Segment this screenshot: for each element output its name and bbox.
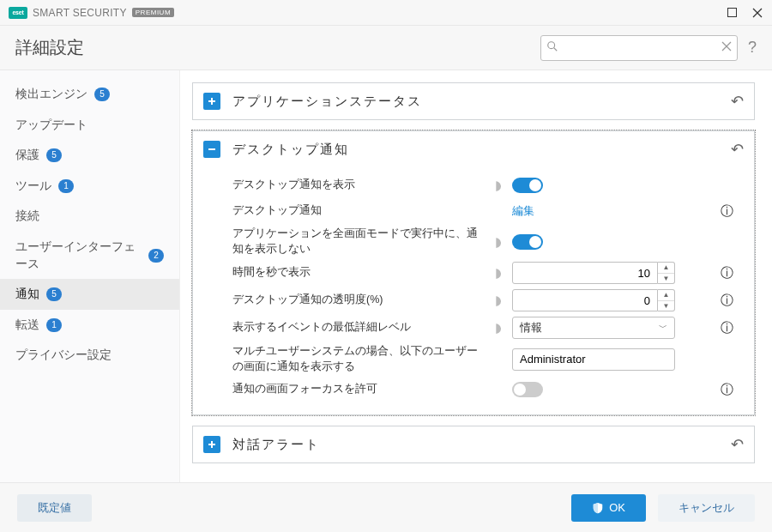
label: 表示するイベントの最低詳細レベル	[232, 320, 490, 336]
window-close-button[interactable]	[750, 5, 765, 21]
info-icon[interactable]: ⓘ	[716, 265, 737, 281]
sidebar-item-6[interactable]: 通知5	[0, 279, 179, 310]
spin-up[interactable]: ▲	[658, 263, 674, 274]
sidebar-item-label: 接続	[15, 208, 39, 225]
info-icon[interactable]: ⓘ	[716, 203, 737, 220]
section-desktop-notif: デスクトップ通知 ↶ デスクトップ通知を表示 ◗ デスクトップ通知 編集 ⓘ	[192, 130, 755, 415]
sidebar-item-2[interactable]: 保護5	[0, 140, 179, 171]
search-icon	[546, 40, 558, 55]
undo-icon[interactable]: ↶	[731, 435, 744, 454]
toggle-fullscreen-suppress[interactable]	[512, 234, 543, 250]
undo-icon[interactable]: ↶	[731, 92, 744, 111]
sidebar-item-label: 保護	[15, 147, 39, 164]
spin-down[interactable]: ▼	[658, 301, 674, 311]
person-icon: ◗	[490, 320, 507, 336]
info-icon[interactable]: ⓘ	[716, 320, 737, 336]
shield-icon	[592, 502, 604, 514]
sidebar-badge: 1	[58, 179, 74, 193]
sidebar-item-label: アップデート	[15, 117, 87, 134]
search-box[interactable]	[540, 35, 738, 61]
section-dialog-alert: 対話アラート ↶	[192, 426, 755, 463]
ok-button[interactable]: OK	[571, 494, 646, 522]
section-title: アプリケーションステータス	[232, 94, 422, 110]
sidebar-item-4[interactable]: 接続	[0, 201, 179, 232]
section-header-app-status[interactable]: アプリケーションステータス ↶	[193, 83, 754, 119]
label: デスクトップ通知	[232, 203, 490, 219]
sidebar-badge: 1	[46, 318, 62, 332]
select-value: 情報	[520, 320, 542, 336]
edit-link[interactable]: 編集	[512, 203, 534, 219]
section-app-status: アプリケーションステータス ↶	[192, 82, 755, 120]
info-icon[interactable]: ⓘ	[716, 293, 737, 309]
expand-icon	[203, 436, 220, 453]
sidebar-item-label: ツール	[15, 178, 51, 195]
sidebar-item-5[interactable]: ユーザーインターフェース2	[0, 232, 179, 279]
sidebar-badge: 5	[94, 88, 110, 101]
sidebar-item-7[interactable]: 転送1	[0, 310, 179, 341]
svg-point-3	[548, 42, 555, 49]
row-seconds: 時間を秒で表示 ◗ ▲▼ ⓘ	[232, 259, 737, 287]
opacity-input[interactable]	[512, 289, 658, 311]
label: 時間を秒で表示	[232, 265, 490, 281]
toggle-show-notif[interactable]	[512, 178, 543, 193]
defaults-button[interactable]: 既定値	[17, 494, 92, 522]
section-header-desktop-notif[interactable]: デスクトップ通知 ↶	[193, 131, 754, 167]
row-opacity: デスクトップ通知の透明度(%) ◗ ▲▼ ⓘ	[232, 287, 737, 314]
sidebar-item-label: 転送	[15, 317, 39, 334]
spin-down[interactable]: ▼	[658, 274, 674, 284]
brand-logo: eset	[9, 7, 27, 19]
label: マルチユーザーシステムの場合、以下のユーザーの画面に通知を表示する	[232, 344, 490, 374]
content-pane: アプリケーションステータス ↶ デスクトップ通知 ↶ デスクトップ通知を表示 ◗…	[180, 70, 772, 482]
label: デスクトップ通知を表示	[232, 178, 490, 193]
expand-icon	[203, 93, 220, 110]
person-icon: ◗	[490, 293, 507, 308]
sidebar-item-8[interactable]: プライバシー設定	[0, 340, 179, 371]
sidebar-item-1[interactable]: アップデート	[0, 110, 179, 141]
info-icon[interactable]: ⓘ	[716, 382, 737, 398]
window-maximize-button[interactable]	[724, 5, 739, 21]
row-multiuser: マルチユーザーシステムの場合、以下のユーザーの画面に通知を表示する	[232, 342, 737, 377]
cancel-button[interactable]: キャンセル	[658, 494, 755, 522]
svg-line-4	[554, 48, 558, 51]
page-title: 詳細設定	[15, 36, 84, 59]
sidebar-item-label: ユーザーインターフェース	[15, 239, 142, 272]
person-icon: ◗	[490, 234, 507, 250]
spin-up[interactable]: ▲	[658, 290, 674, 301]
person-icon: ◗	[490, 265, 507, 281]
label: アプリケーションを全画面モードで実行中に、通知を表示しない	[232, 227, 490, 257]
sidebar-badge: 5	[46, 148, 62, 162]
help-button[interactable]: ?	[748, 39, 757, 57]
multiuser-input[interactable]	[512, 348, 675, 371]
undo-icon[interactable]: ↶	[731, 140, 744, 159]
sidebar-badge: 2	[148, 249, 164, 263]
sidebar-item-0[interactable]: 検出エンジン5	[0, 79, 179, 110]
edition-badge: PREMIUM	[132, 8, 174, 17]
sidebar-item-label: 検出エンジン	[15, 86, 87, 103]
chevron-down-icon: ﹀	[659, 322, 667, 334]
row-show-notif: デスクトップ通知を表示 ◗	[232, 172, 737, 198]
row-verbosity: 表示するイベントの最低詳細レベル ◗ 情報 ﹀ ⓘ	[232, 314, 737, 342]
person-icon: ◗	[490, 178, 507, 193]
verbosity-select[interactable]: 情報 ﹀	[512, 317, 675, 339]
sidebar-badge: 5	[46, 287, 62, 301]
clear-search-icon[interactable]	[721, 41, 732, 54]
sidebar-item-label: プライバシー設定	[15, 347, 112, 364]
ok-label: OK	[609, 501, 625, 514]
product-name: SMART SECURITY	[33, 7, 127, 19]
section-title: デスクトップ通知	[232, 142, 349, 158]
collapse-icon	[203, 141, 220, 158]
row-focus: 通知の画面フォーカスを許可 ⓘ	[232, 377, 737, 402]
toggle-focus[interactable]	[512, 382, 543, 397]
row-notif-edit: デスクトップ通知 編集 ⓘ	[232, 198, 737, 224]
label: 通知の画面フォーカスを許可	[232, 382, 490, 397]
seconds-input[interactable]	[512, 262, 658, 284]
sidebar-item-label: 通知	[15, 286, 39, 303]
row-fullscreen-suppress: アプリケーションを全画面モードで実行中に、通知を表示しない ◗	[232, 224, 737, 259]
svg-rect-0	[727, 9, 736, 17]
sidebar: 検出エンジン5アップデート保護5ツール1接続ユーザーインターフェース2通知5転送…	[0, 70, 180, 482]
search-input[interactable]	[562, 40, 721, 55]
section-header-dialog-alert[interactable]: 対話アラート ↶	[193, 426, 754, 462]
section-title: 対話アラート	[232, 437, 320, 453]
sidebar-item-3[interactable]: ツール1	[0, 171, 179, 202]
label: デスクトップ通知の透明度(%)	[232, 293, 490, 308]
